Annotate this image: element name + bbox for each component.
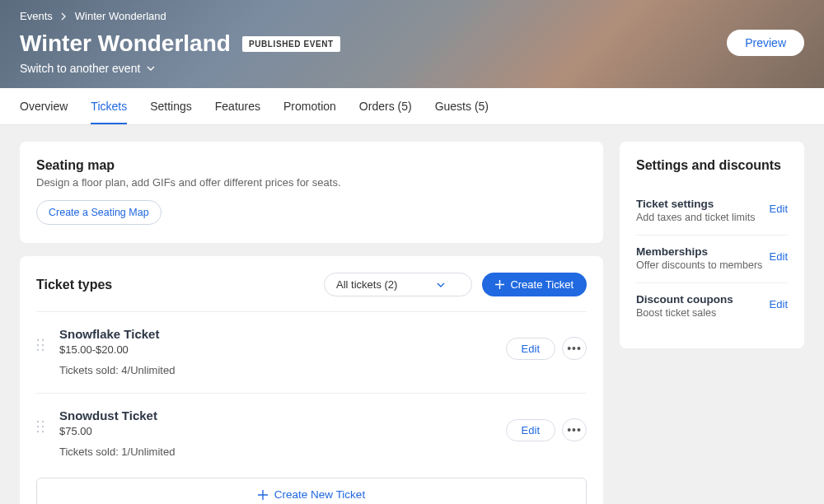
plus-icon xyxy=(258,490,268,500)
plus-icon xyxy=(495,280,504,289)
tab-settings[interactable]: Settings xyxy=(150,88,192,124)
ticket-filter-label: All tickets (2) xyxy=(336,278,397,291)
side-item-desc: Boost ticket sales xyxy=(636,307,770,319)
tab-promotion[interactable]: Promotion xyxy=(283,88,336,124)
tab-tickets[interactable]: Tickets xyxy=(91,88,127,124)
ticket-price: $75.00 xyxy=(59,425,506,437)
ticket-filter-dropdown[interactable]: All tickets (2) xyxy=(324,273,472,296)
create-ticket-label: Create Ticket xyxy=(510,278,574,291)
svg-point-2 xyxy=(37,344,39,346)
breadcrumb-current: Winter Wonderland xyxy=(75,10,166,22)
tab-guests[interactable]: Guests (5) xyxy=(435,88,489,124)
drag-handle-icon[interactable] xyxy=(36,408,59,433)
side-item-desc: Add taxes and ticket limits xyxy=(636,212,770,223)
side-item-ticket-settings: Ticket settings Add taxes and ticket lim… xyxy=(636,188,788,236)
ticket-price: $15.00-$20.00 xyxy=(59,343,506,356)
edit-link[interactable]: Edit xyxy=(770,245,788,263)
more-actions-button[interactable]: ••• xyxy=(562,337,587,360)
tabbar: Overview Tickets Settings Features Promo… xyxy=(0,88,824,125)
settings-discounts-card: Settings and discounts Ticket settings A… xyxy=(620,142,804,348)
create-seating-map-button[interactable]: Create a Seating Map xyxy=(36,200,162,225)
chevron-right-icon xyxy=(61,12,67,21)
seating-card: Seating map Design a floor plan, add GIF… xyxy=(20,142,603,243)
svg-point-7 xyxy=(42,421,44,422)
side-item-label: Ticket settings xyxy=(636,198,770,210)
svg-point-6 xyxy=(37,421,39,422)
side-item-label: Discount coupons xyxy=(636,293,770,306)
edit-ticket-button[interactable]: Edit xyxy=(506,338,555,360)
ticket-name: Snowflake Ticket xyxy=(59,327,506,341)
svg-point-11 xyxy=(42,431,44,432)
side-item-discount-coupons: Discount coupons Boost ticket sales Edit xyxy=(636,283,788,330)
ticket-sold: Tickets sold: 1/Unlimited xyxy=(59,446,506,458)
dots-icon: ••• xyxy=(567,342,582,355)
switch-event-dropdown[interactable]: Switch to another event xyxy=(20,62,804,75)
breadcrumb-root[interactable]: Events xyxy=(20,10,53,22)
header-banner: Events Winter Wonderland Winter Wonderla… xyxy=(0,0,824,88)
edit-ticket-button[interactable]: Edit xyxy=(506,419,555,441)
tab-features[interactable]: Features xyxy=(215,88,260,124)
side-item-label: Memberships xyxy=(636,245,770,258)
create-new-ticket-button[interactable]: Create New Ticket xyxy=(36,478,587,504)
page-title: Winter Wonderland xyxy=(20,30,231,57)
more-actions-button[interactable]: ••• xyxy=(562,418,587,441)
svg-point-0 xyxy=(37,339,39,341)
edit-link[interactable]: Edit xyxy=(770,198,788,215)
switch-event-label: Switch to another event xyxy=(20,62,140,75)
side-item-desc: Offer discounts to members xyxy=(636,259,770,271)
seating-desc: Design a floor plan, add GIFs and offer … xyxy=(36,176,587,189)
settings-discounts-title: Settings and discounts xyxy=(636,158,788,173)
ticket-row: Snowflake Ticket $15.00-$20.00 Tickets s… xyxy=(36,311,587,393)
create-new-ticket-label: Create New Ticket xyxy=(274,488,365,501)
side-item-memberships: Memberships Offer discounts to members E… xyxy=(636,236,788,283)
svg-point-8 xyxy=(37,426,39,427)
edit-link[interactable]: Edit xyxy=(770,293,788,310)
svg-point-10 xyxy=(37,431,39,432)
ticket-types-title: Ticket types xyxy=(36,278,324,292)
preview-button[interactable]: Preview xyxy=(727,30,804,56)
ticket-sold: Tickets sold: 4/Unlimited xyxy=(59,364,506,376)
create-ticket-button[interactable]: Create Ticket xyxy=(482,273,587,296)
drag-handle-icon[interactable] xyxy=(36,327,59,352)
dots-icon: ••• xyxy=(567,423,582,436)
chevron-down-icon xyxy=(437,282,445,287)
tab-overview[interactable]: Overview xyxy=(20,88,68,124)
seating-title: Seating map xyxy=(36,158,587,173)
breadcrumb: Events Winter Wonderland xyxy=(20,10,804,22)
ticket-row: Snowdust Ticket $75.00 Tickets sold: 1/U… xyxy=(36,393,587,474)
svg-point-1 xyxy=(42,339,44,341)
tab-orders[interactable]: Orders (5) xyxy=(359,88,412,124)
svg-point-4 xyxy=(37,349,39,351)
ticket-name: Snowdust Ticket xyxy=(59,408,506,422)
svg-point-3 xyxy=(42,344,44,346)
svg-point-5 xyxy=(42,349,44,351)
svg-point-9 xyxy=(42,426,44,427)
ticket-types-card: Ticket types All tickets (2) Create Tick… xyxy=(20,256,603,504)
status-badge: PUBLISHED EVENT xyxy=(242,36,340,52)
chevron-down-icon xyxy=(147,66,155,72)
